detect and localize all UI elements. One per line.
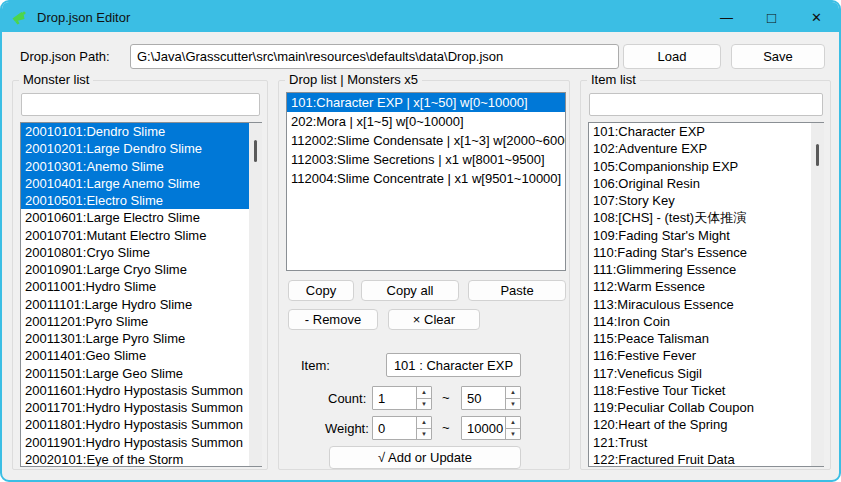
drop-list-item[interactable]: 112003:Slime Secretions | x1 w[8001~9500… — [287, 150, 565, 169]
item-list-item[interactable]: 117:Veneficus Sigil — [589, 365, 823, 382]
monster-list-item[interactable]: 20010401:Large Anemo Slime — [21, 175, 261, 192]
item-list-item[interactable]: 111:Glimmering Essence — [589, 261, 823, 278]
monster-list-item[interactable]: 20020101:Eye of the Storm — [21, 451, 261, 467]
count-max-spinner[interactable]: ▲ ▼ — [461, 386, 521, 410]
item-list-item[interactable]: 115:Peace Talisman — [589, 330, 823, 347]
app-icon — [11, 9, 28, 26]
item-list-item[interactable]: 102:Adventure EXP — [589, 140, 823, 157]
spinner-down-icon[interactable]: ▼ — [506, 399, 520, 410]
drop-listbox[interactable]: 101:Character EXP | x[1~50] w[0~10000]20… — [286, 92, 566, 271]
window-title: Drop.json Editor — [37, 10, 130, 25]
monster-list-item[interactable]: 20010301:Anemo Slime — [21, 158, 261, 175]
drop-list-item[interactable]: 112002:Slime Condensate | x[1~3] w[2000~… — [287, 131, 565, 150]
load-button[interactable]: Load — [623, 44, 721, 69]
count-range-separator: ~ — [442, 390, 450, 405]
path-input[interactable] — [130, 44, 619, 69]
monster-list-item[interactable]: 20011601:Hydro Hypostasis Summon — [21, 382, 261, 399]
monster-list-item[interactable]: 20011801:Hydro Hypostasis Summon — [21, 416, 261, 433]
monster-list-item[interactable]: 20010601:Large Electro Slime — [21, 209, 261, 226]
item-list-scrollbar[interactable] — [811, 123, 824, 466]
monster-list-title: Monster list — [19, 72, 93, 87]
count-min-spinner[interactable]: ▲ ▼ — [372, 386, 432, 410]
monster-list-panel: Monster list 20010101:Dendro Slime200102… — [12, 80, 268, 470]
maximize-icon[interactable]: □ — [749, 2, 794, 32]
item-list-item[interactable]: 110:Fading Star's Essence — [589, 244, 823, 261]
item-filter-input[interactable] — [589, 93, 823, 116]
monster-list-item[interactable]: 20011101:Large Hydro Slime — [21, 296, 261, 313]
spinner-up-icon[interactable]: ▲ — [417, 387, 431, 399]
monster-list-item[interactable]: 20010801:Cryo Slime — [21, 244, 261, 261]
monster-list-item[interactable]: 20011901:Hydro Hypostasis Summon — [21, 434, 261, 451]
monster-list-item[interactable]: 20010101:Dendro Slime — [21, 123, 261, 140]
item-list-item[interactable]: 116:Festive Fever — [589, 347, 823, 364]
item-list-item[interactable]: 119:Peculiar Collab Coupon — [589, 399, 823, 416]
item-list-item[interactable]: 108:[CHS] - (test)天体推演 — [589, 209, 823, 226]
weight-max-spin-buttons: ▲ ▼ — [505, 417, 520, 439]
item-list-item[interactable]: 109:Fading Star's Might — [589, 227, 823, 244]
weight-range-separator: ~ — [442, 420, 450, 435]
spinner-up-icon[interactable]: ▲ — [506, 417, 520, 429]
weight-min-spin-buttons: ▲ ▼ — [416, 417, 431, 439]
paste-button[interactable]: Paste — [468, 280, 566, 301]
weight-min-spinner[interactable]: ▲ ▼ — [372, 416, 432, 440]
weight-min-input[interactable] — [373, 417, 416, 439]
monster-list-item[interactable]: 20011301:Large Pyro Slime — [21, 330, 261, 347]
spinner-up-icon[interactable]: ▲ — [506, 387, 520, 399]
drop-list-panel: Drop list | Monsters x5 101:Character EX… — [278, 80, 570, 470]
spinner-down-icon[interactable]: ▼ — [417, 429, 431, 440]
minimize-icon[interactable]: — — [704, 2, 749, 32]
item-list-item[interactable]: 105:Companionship EXP — [589, 158, 823, 175]
item-list-item[interactable]: 112:Warm Essence — [589, 278, 823, 295]
remove-button[interactable]: - Remove — [288, 309, 378, 330]
monster-list-item[interactable]: 20011401:Geo Slime — [21, 347, 261, 364]
monster-list-item[interactable]: 20010201:Large Dendro Slime — [21, 140, 261, 157]
spinner-down-icon[interactable]: ▼ — [506, 429, 520, 440]
monster-list-item[interactable]: 20011701:Hydro Hypostasis Summon — [21, 399, 261, 416]
item-list-scrollbar-thumb[interactable] — [816, 144, 819, 166]
close-icon[interactable]: ✕ — [794, 2, 839, 32]
monster-list-item[interactable]: 20010701:Mutant Electro Slime — [21, 227, 261, 244]
app-window: Drop.json Editor — □ ✕ Drop.json Path: L… — [0, 0, 841, 482]
monster-filter-input[interactable] — [21, 93, 260, 116]
titlebar[interactable]: Drop.json Editor — □ ✕ — [2, 2, 839, 32]
count-min-input[interactable] — [373, 387, 416, 409]
drop-list-item[interactable]: 101:Character EXP | x[1~50] w[0~10000] — [287, 93, 565, 112]
weight-max-spinner[interactable]: ▲ ▼ — [461, 416, 521, 440]
item-list-item[interactable]: 120:Heart of the Spring — [589, 416, 823, 433]
item-label: Item: — [301, 358, 330, 373]
clear-button[interactable]: × Clear — [388, 309, 480, 330]
monster-list-item[interactable]: 20010501:Electro Slime — [21, 192, 261, 209]
monster-list-scrollbar-thumb[interactable] — [254, 140, 257, 162]
path-label: Drop.json Path: — [20, 49, 110, 64]
item-list-item[interactable]: 113:Miraculous Essence — [589, 296, 823, 313]
item-field[interactable] — [386, 353, 521, 377]
copy-all-button[interactable]: Copy all — [361, 280, 459, 301]
item-list-item[interactable]: 118:Festive Tour Ticket — [589, 382, 823, 399]
item-list-item[interactable]: 101:Character EXP — [589, 123, 823, 140]
drop-list-item[interactable]: 112004:Slime Concentrate | x1 w[9501~100… — [287, 169, 565, 188]
save-button[interactable]: Save — [731, 44, 825, 69]
item-list-item[interactable]: 114:Iron Coin — [589, 313, 823, 330]
monster-list-item[interactable]: 20011201:Pyro Slime — [21, 313, 261, 330]
count-min-spin-buttons: ▲ ▼ — [416, 387, 431, 409]
item-listbox[interactable]: 101:Character EXP102:Adventure EXP105:Co… — [588, 122, 824, 467]
item-list-item[interactable]: 106:Original Resin — [589, 175, 823, 192]
monster-list-item[interactable]: 20011501:Large Geo Slime — [21, 365, 261, 382]
monster-list-item[interactable]: 20011001:Hydro Slime — [21, 278, 261, 295]
drop-list-item[interactable]: 202:Mora | x[1~5] w[0~10000] — [287, 112, 565, 131]
weight-max-input[interactable] — [462, 417, 505, 439]
spinner-down-icon[interactable]: ▼ — [417, 399, 431, 410]
monster-list-scrollbar[interactable] — [249, 123, 262, 466]
monster-list-item[interactable]: 20010901:Large Cryo Slime — [21, 261, 261, 278]
count-max-input[interactable] — [462, 387, 505, 409]
count-label: Count: — [328, 391, 366, 406]
add-or-update-button[interactable]: √ Add or Update — [329, 446, 521, 469]
count-max-spin-buttons: ▲ ▼ — [505, 387, 520, 409]
item-list-item[interactable]: 107:Story Key — [589, 192, 823, 209]
item-list-item[interactable]: 122:Fractured Fruit Data — [589, 451, 823, 467]
monster-listbox[interactable]: 20010101:Dendro Slime20010201:Large Dend… — [20, 122, 262, 467]
spinner-up-icon[interactable]: ▲ — [417, 417, 431, 429]
copy-button[interactable]: Copy — [288, 280, 354, 301]
drop-list-title: Drop list | Monsters x5 — [285, 72, 422, 87]
item-list-item[interactable]: 121:Trust — [589, 434, 823, 451]
